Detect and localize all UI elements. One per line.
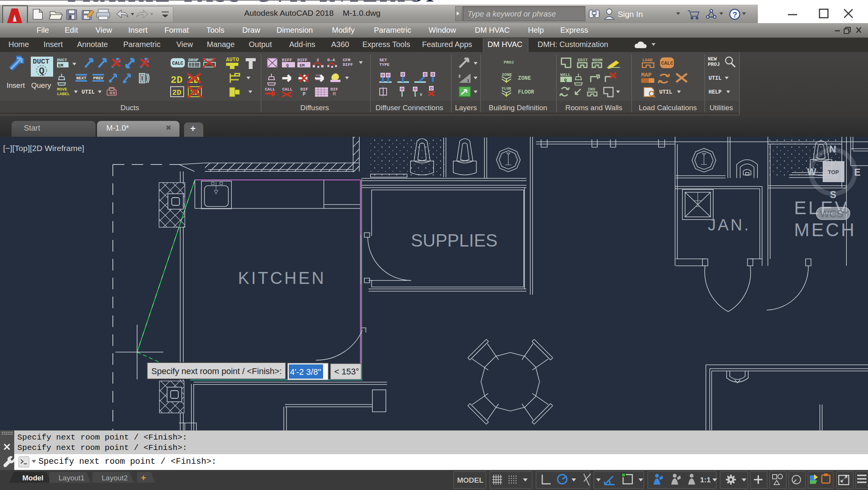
svg-text:SET: SET	[379, 58, 387, 62]
svg-text:CALC: CALC	[661, 60, 673, 66]
svg-text:EM: EM	[58, 63, 64, 68]
svg-text:S: S	[830, 189, 836, 200]
svg-text:MOVE: MOVE	[57, 87, 67, 92]
svg-text:Utilities: Utilities	[709, 104, 733, 112]
svg-text:JAN.: JAN.	[708, 216, 751, 234]
svg-text:TOP: TOP	[828, 169, 839, 175]
svg-text:DUCT: DUCT	[57, 58, 67, 62]
svg-text:Q: Q	[39, 66, 44, 76]
svg-text:FLOOR: FLOOR	[518, 89, 535, 95]
svg-text:DIFF: DIFF	[297, 58, 307, 62]
svg-text:DROP: DROP	[188, 58, 199, 62]
svg-text:WALL: WALL	[560, 72, 571, 77]
svg-text:Ducts: Ducts	[121, 104, 139, 112]
svg-text:MAP: MAP	[641, 72, 652, 79]
svg-text:CFM: CFM	[343, 58, 350, 62]
svg-text:Model: Model	[22, 474, 44, 482]
svg-text:ZONE: ZONE	[502, 72, 512, 77]
svg-text:2: 2	[458, 74, 461, 79]
svg-text:2D: 2D	[171, 74, 183, 86]
svg-text:4'-2 3/8": 4'-2 3/8"	[290, 367, 321, 377]
svg-text:Layers: Layers	[455, 104, 477, 112]
svg-text:DIFF: DIFF	[343, 62, 353, 67]
svg-text:WCS: WCS	[820, 208, 843, 220]
svg-text:Rooms and Walls: Rooms and Walls	[565, 104, 622, 112]
svg-text:EM: EM	[300, 63, 305, 68]
svg-text:INS: INS	[588, 87, 595, 92]
svg-text:EDIT: EDIT	[578, 58, 588, 62]
svg-text:CALC: CALC	[172, 61, 183, 66]
svg-text:CALL: CALL	[265, 87, 275, 92]
svg-text:M: M	[333, 91, 336, 97]
svg-text:DIFF: DIFF	[282, 58, 292, 62]
svg-text:AUTO: AUTO	[226, 57, 239, 63]
svg-text:KITCHEN: KITCHEN	[238, 268, 326, 287]
svg-text:N: N	[829, 144, 836, 154]
svg-text:LOAD: LOAD	[642, 58, 653, 62]
svg-text:Load Calculations: Load Calculations	[638, 104, 697, 112]
svg-text:1:1: 1:1	[700, 476, 711, 484]
svg-text:PROJ: PROJ	[708, 62, 720, 67]
svg-text:3: 3	[467, 79, 469, 83]
svg-text:PREV: PREV	[93, 76, 104, 81]
svg-text:CALL: CALL	[282, 87, 293, 92]
svg-text:DUCT: DUCT	[33, 58, 49, 65]
svg-text:+: +	[141, 473, 146, 483]
svg-text:Layout2: Layout2	[102, 474, 128, 482]
svg-text:Query: Query	[31, 81, 51, 89]
svg-text:< 153°: < 153°	[334, 367, 359, 376]
svg-text:P: P	[303, 91, 306, 97]
svg-text:[−][Top][2D Wireframe]: [−][Top][2D Wireframe]	[3, 144, 84, 153]
svg-text:FLUR: FLUR	[502, 87, 511, 91]
svg-text:Q: Q	[564, 78, 567, 82]
svg-text:NEXT: NEXT	[76, 76, 87, 81]
svg-text:TYPE: TYPE	[379, 62, 390, 67]
svg-text:LABEL: LABEL	[57, 92, 70, 96]
svg-text:Q: Q	[286, 63, 289, 68]
svg-text:MECH: MECH	[794, 220, 856, 240]
svg-text:ROOM: ROOM	[592, 58, 603, 62]
svg-text:E: E	[854, 167, 861, 178]
svg-text:SUPPLIES: SUPPLIES	[411, 230, 498, 250]
svg-text:Diffuser Connections: Diffuser Connections	[375, 104, 443, 112]
svg-text:MODEL: MODEL	[457, 476, 484, 484]
svg-text:V: V	[420, 92, 422, 97]
svg-text:2D: 2D	[172, 88, 181, 97]
svg-text:ZONE: ZONE	[518, 75, 531, 81]
svg-text:Sign In: Sign In	[618, 10, 643, 18]
svg-text:Insert: Insert	[7, 81, 25, 89]
svg-text:UTIL: UTIL	[709, 75, 722, 81]
svg-text:UTIL: UTIL	[659, 89, 672, 95]
svg-text:2: 2	[317, 58, 319, 62]
svg-text:PROJ: PROJ	[504, 60, 514, 65]
svg-text:Layout1: Layout1	[59, 474, 85, 482]
svg-text:NEW: NEW	[708, 56, 717, 62]
svg-text:Building Definition: Building Definition	[489, 104, 547, 112]
svg-text:Diffusers: Diffusers	[300, 104, 329, 112]
svg-text:Specify next room point / <Fin: Specify next room point / <Finish>:	[151, 366, 282, 376]
svg-text:W: W	[807, 166, 816, 177]
svg-text:?: ?	[732, 10, 737, 19]
svg-text:UTIL: UTIL	[82, 89, 95, 95]
svg-text:D-A: D-A	[327, 58, 335, 62]
svg-text:HELP: HELP	[709, 89, 722, 95]
